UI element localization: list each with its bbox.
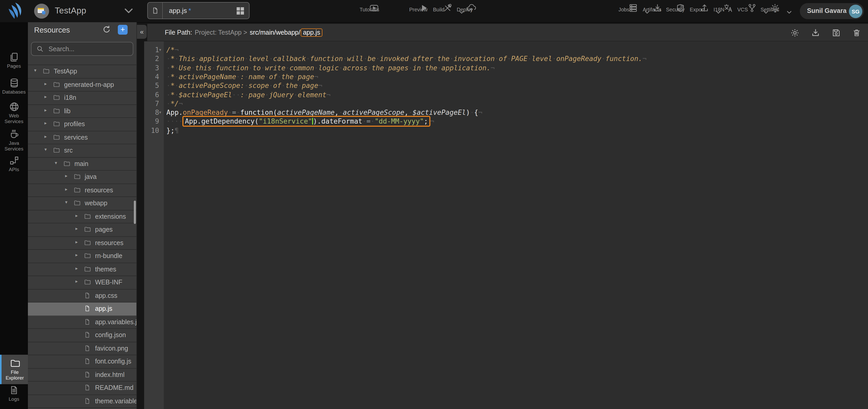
- delete-file-trash-icon[interactable]: [852, 28, 861, 37]
- logs-icon: [0, 385, 28, 395]
- line-number: 3: [144, 63, 164, 72]
- code-text: /*¬: [166, 46, 179, 55]
- chevron-collapsed-icon[interactable]: ▸: [44, 120, 47, 126]
- code-line-5[interactable]: 5·*·activePageScope:·scope·of·the·page¬: [144, 81, 868, 90]
- line-number: 9: [144, 117, 164, 126]
- tree-item-font.config.js[interactable]: font.config.js: [28, 355, 136, 369]
- tree-item-i18n[interactable]: ▸i18n: [28, 91, 136, 105]
- dashboard-grid-icon[interactable]: [236, 7, 244, 15]
- tree-item-WEB-INF[interactable]: ▸WEB-INF: [28, 276, 136, 289]
- toolbar-settings-button[interactable]: Settings: [761, 3, 789, 13]
- sidebar-item-web-services[interactable]: WebServices: [0, 102, 28, 124]
- code-line-6[interactable]: 6·*·$activePageEl··:·page·jQuery·element…: [144, 90, 868, 99]
- code-line-4[interactable]: 4·*·activePageName·:·name·of·the·page¬: [144, 72, 868, 82]
- download-file-icon[interactable]: [811, 28, 820, 37]
- save-file-icon[interactable]: [832, 28, 841, 37]
- sidebar-item-databases[interactable]: Databases: [0, 78, 28, 95]
- chevron-collapsed-icon[interactable]: ▸: [44, 94, 47, 99]
- tree-item-pages[interactable]: ▸pages: [28, 223, 136, 237]
- add-resource-button[interactable]: +: [118, 25, 128, 35]
- user-menu[interactable]: Sunil Gavara SG: [800, 3, 864, 19]
- tree-item-TestApp[interactable]: ▾TestApp: [28, 65, 136, 78]
- open-file-tab[interactable]: app.js *: [147, 2, 250, 19]
- tree-item-lib[interactable]: ▸lib: [28, 105, 136, 118]
- collapse-panel-button[interactable]: «: [137, 25, 147, 39]
- tree-item-rn-bundle[interactable]: ▸rn-bundle: [28, 250, 136, 263]
- folder-icon: [84, 213, 91, 220]
- chevron-collapsed-icon[interactable]: ▸: [75, 265, 78, 271]
- wavemaker-logo-icon[interactable]: [6, 2, 24, 20]
- chevron-collapsed-icon[interactable]: ▸: [75, 252, 78, 258]
- tree-item-profiles[interactable]: ▸profiles: [28, 118, 136, 131]
- tree-item-services[interactable]: ▸services: [28, 131, 136, 144]
- code-line-7[interactable]: 7·*/¬: [144, 99, 868, 108]
- folder-icon: [84, 265, 91, 272]
- refresh-icon[interactable]: [102, 25, 111, 34]
- chevron-expanded-icon[interactable]: ▾: [44, 147, 47, 152]
- tree-item-README.md[interactable]: README.md: [28, 382, 136, 395]
- tree-item-app.variables.js[interactable]: app.variables.js: [28, 316, 136, 329]
- code-text: ·*·activePageName·:·name·of·the·page¬: [166, 72, 318, 82]
- chevron-expanded-icon[interactable]: ▾: [65, 200, 67, 205]
- file-icon: [84, 358, 90, 364]
- sidebar-item-java-services[interactable]: JavaServices: [0, 129, 28, 151]
- tree-item-themes[interactable]: ▸themes: [28, 263, 136, 276]
- sidebar-item-pages[interactable]: Pages: [0, 52, 28, 69]
- tree-item-extensions[interactable]: ▸extensions: [28, 210, 136, 223]
- tree-item-label: TestApp: [54, 68, 77, 75]
- folder-icon: [43, 68, 50, 75]
- sidebar-item-logs[interactable]: Logs: [0, 385, 28, 402]
- code-line-8[interactable]: 8▾App.onPageReady·=·function(activePageN…: [144, 108, 868, 117]
- tree-item-java[interactable]: ▸java: [28, 171, 136, 184]
- tree-item-label: README.md: [95, 384, 133, 391]
- toolbar-deploy-button[interactable]: Deploy: [457, 3, 486, 13]
- tree-item-config.json[interactable]: config.json: [28, 329, 136, 342]
- code-line-2[interactable]: 2·*·This·application·level·callback·func…: [144, 55, 868, 64]
- tree-item-generated-rn-app[interactable]: ▸generated-rn-app: [28, 78, 136, 91]
- chevron-collapsed-icon[interactable]: ▸: [75, 226, 78, 231]
- chevron-collapsed-icon[interactable]: ▸: [75, 213, 78, 218]
- line-number: 10: [144, 126, 164, 135]
- tree-item-resources[interactable]: ▸resources: [28, 184, 136, 197]
- code-line-1[interactable]: 1▾/*¬: [144, 46, 868, 55]
- tree-item-webapp[interactable]: ▾webapp: [28, 197, 136, 210]
- file-path-bar: File Path: Project: TestApp > src/main/w…: [147, 24, 868, 41]
- toolbar-tutorials-button[interactable]: Tutorials: [360, 3, 389, 13]
- tree-item-favicon.png[interactable]: favicon.png: [28, 342, 136, 355]
- line-number: 7: [144, 99, 164, 108]
- tree-item-src[interactable]: ▾src: [28, 144, 136, 157]
- code-line-10[interactable]: 10};¶: [144, 126, 868, 135]
- search-input[interactable]: [48, 45, 127, 53]
- tree-scrollbar[interactable]: [134, 201, 135, 224]
- fold-arrow-icon[interactable]: ▾: [159, 46, 161, 55]
- chevron-collapsed-icon[interactable]: ▸: [65, 173, 67, 178]
- chevron-collapsed-icon[interactable]: ▸: [44, 107, 47, 113]
- code-line-3[interactable]: 3·*·Use·this·function·to·write·common·lo…: [144, 63, 868, 72]
- sidebar-item-file-explorer[interactable]: FileExplorer: [0, 355, 28, 384]
- chevron-collapsed-icon[interactable]: ▸: [44, 134, 47, 139]
- user-avatar: SG: [849, 4, 862, 18]
- chevron-collapsed-icon[interactable]: ▸: [75, 239, 78, 244]
- sidebar-item-apis[interactable]: APIs: [0, 156, 28, 172]
- tree-item-resources[interactable]: ▸resources: [28, 237, 136, 250]
- chevron-collapsed-icon[interactable]: ▸: [75, 279, 78, 284]
- project-switcher-chevron-down-icon[interactable]: [124, 7, 133, 14]
- pages-icon: [0, 52, 28, 62]
- tree-item-app.js[interactable]: app.js: [28, 302, 136, 316]
- tab-file-name: app.js: [169, 7, 187, 14]
- tree-item-label: font.config.js: [95, 358, 131, 365]
- tree-item-index.html[interactable]: index.html: [28, 369, 136, 382]
- chevron-expanded-icon[interactable]: ▾: [34, 68, 36, 73]
- chevron-expanded-icon[interactable]: ▾: [55, 160, 57, 165]
- tree-item-main[interactable]: ▾main: [28, 157, 136, 171]
- editor-settings-gear-icon[interactable]: [790, 28, 799, 37]
- code-text: ·*·Use·this·function·to·write·common·log…: [166, 63, 495, 72]
- project-avatar-icon[interactable]: [34, 4, 49, 19]
- chevron-collapsed-icon[interactable]: ▸: [44, 81, 47, 86]
- tree-item-theme.variables[interactable]: theme.variables: [28, 395, 136, 408]
- chevron-collapsed-icon[interactable]: ▸: [65, 186, 67, 192]
- fold-arrow-icon[interactable]: ▾: [159, 108, 161, 117]
- code-line-9[interactable]: 9····App.getDependency("i18nService").da…: [144, 117, 868, 126]
- tree-item-app.css[interactable]: app.css: [28, 289, 136, 302]
- resource-search[interactable]: [31, 42, 133, 56]
